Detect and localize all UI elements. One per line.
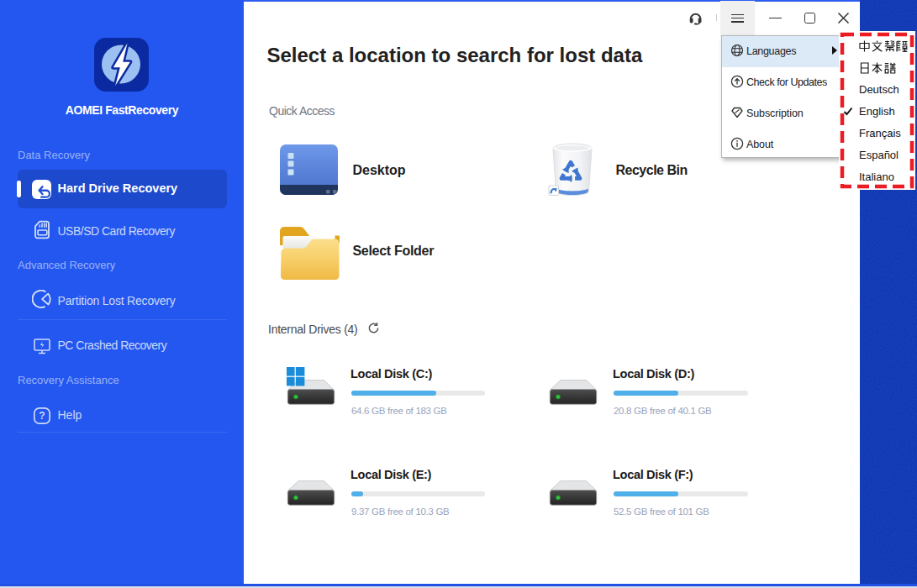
svg-text:?: ? — [39, 410, 45, 422]
